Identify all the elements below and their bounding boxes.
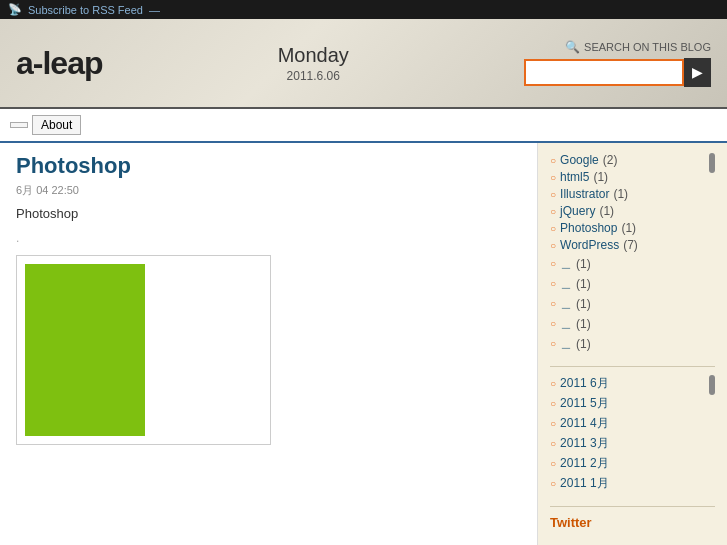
category-link-illustrator[interactable]: Illustrator [560,187,609,201]
post-image-container [16,255,271,445]
list-item: ＿ (1) [550,335,715,352]
list-item: 2011 1月 [550,475,715,492]
top-bar: 📡 Subscribe to RSS Feed — [0,0,727,19]
post-title[interactable]: Photoshop [16,153,521,179]
list-item: ＿ (1) [550,295,715,312]
post-body: Photoshop [16,206,521,221]
section-divider [550,366,715,367]
search-row: ▶ [524,58,711,87]
search-label-text: SEARCH ON THIS BLOG [584,41,711,53]
categories-list: Google (2) html5 (1) Illustrator (1) jQu… [550,153,715,352]
sidebar-categories-section: Google (2) html5 (1) Illustrator (1) jQu… [550,153,715,352]
rss-icon: 📡 [8,3,22,16]
search-input[interactable] [524,59,684,86]
category-link-html5[interactable]: html5 [560,170,589,184]
categories-scrollbar[interactable] [709,153,715,173]
nav-home-button[interactable] [10,122,28,128]
archive-link-2011-4[interactable]: 2011 4月 [560,415,609,432]
header: a-leap Monday 2011.6.06 🔍 SEARCH ON THIS… [0,19,727,109]
list-item: 2011 2月 [550,455,715,472]
sidebar: Google (2) html5 (1) Illustrator (1) jQu… [537,143,727,545]
list-item: 2011 5月 [550,395,715,412]
category-link-jp5[interactable]: ＿ [560,335,572,352]
list-item: 2011 6月 [550,375,715,392]
list-item: Illustrator (1) [550,187,715,201]
category-link-jp4[interactable]: ＿ [560,315,572,332]
list-item: ＿ (1) [550,275,715,292]
rss-link[interactable]: Subscribe to RSS Feed [28,4,143,16]
sidebar-archives-section: 2011 6月 2011 5月 2011 4月 2011 3月 2011 2月 … [550,375,715,492]
section-divider-2 [550,506,715,507]
category-link-photoshop[interactable]: Photoshop [560,221,617,235]
category-link-jp1[interactable]: ＿ [560,255,572,272]
list-item: ＿ (1) [550,315,715,332]
nav-about-button[interactable]: About [32,115,81,135]
header-center: Monday 2011.6.06 [278,44,349,83]
category-link-wordpress[interactable]: WordPress [560,238,619,252]
list-item: 2011 3月 [550,435,715,452]
twitter-title: Twitter [550,515,715,530]
archive-link-2011-1[interactable]: 2011 1月 [560,475,609,492]
post-image [25,264,145,436]
post-meta: 6月 04 22:50 [16,183,521,198]
post-separator: . [16,231,521,245]
top-bar-dash: — [149,4,160,16]
list-item: WordPress (7) [550,238,715,252]
category-link-jp2[interactable]: ＿ [560,275,572,292]
list-item: Photoshop (1) [550,221,715,235]
search-label: 🔍 SEARCH ON THIS BLOG [565,40,711,54]
site-title[interactable]: a-leap [16,45,102,82]
sidebar-twitter-section: Twitter [550,515,715,530]
header-day: Monday [278,44,349,67]
archive-link-2011-6[interactable]: 2011 6月 [560,375,609,392]
archives-list: 2011 6月 2011 5月 2011 4月 2011 3月 2011 2月 … [550,375,715,492]
list-item: ＿ (1) [550,255,715,272]
main-layout: Photoshop 6月 04 22:50 Photoshop . Google… [0,143,727,545]
category-link-jp3[interactable]: ＿ [560,295,572,312]
archives-scrollbar[interactable] [709,375,715,395]
search-logo: 🔍 [565,40,580,54]
category-link-jquery[interactable]: jQuery [560,204,595,218]
header-date: 2011.6.06 [278,69,349,83]
search-button[interactable]: ▶ [684,58,711,87]
archive-link-2011-2[interactable]: 2011 2月 [560,455,609,472]
list-item: Google (2) [550,153,715,167]
search-area: 🔍 SEARCH ON THIS BLOG ▶ [524,40,711,87]
list-item: 2011 4月 [550,415,715,432]
category-link-google[interactable]: Google [560,153,599,167]
archive-link-2011-5[interactable]: 2011 5月 [560,395,609,412]
nav-bar: About [0,109,727,143]
content-area: Photoshop 6月 04 22:50 Photoshop . [0,143,537,545]
archive-link-2011-3[interactable]: 2011 3月 [560,435,609,452]
list-item: jQuery (1) [550,204,715,218]
list-item: html5 (1) [550,170,715,184]
